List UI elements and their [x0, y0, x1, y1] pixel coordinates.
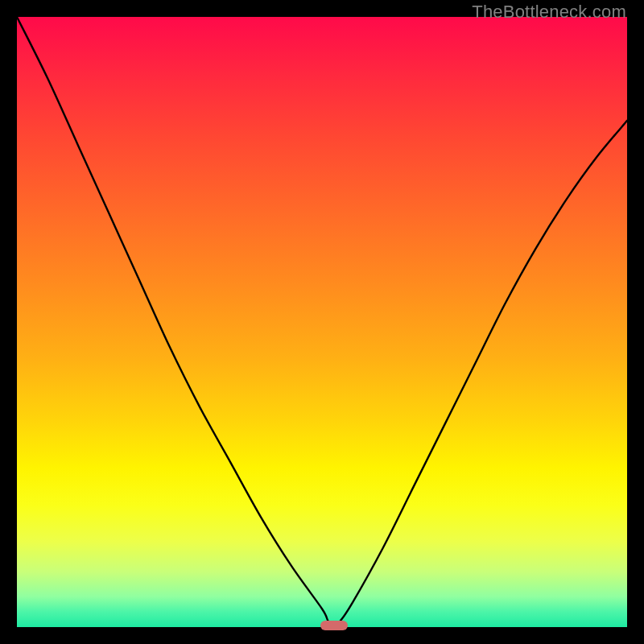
bottleneck-curve	[17, 17, 627, 627]
watermark-text: TheBottleneck.com	[472, 2, 626, 23]
min-marker	[320, 621, 348, 630]
plot-area	[17, 17, 627, 627]
chart-frame: TheBottleneck.com	[0, 0, 644, 644]
